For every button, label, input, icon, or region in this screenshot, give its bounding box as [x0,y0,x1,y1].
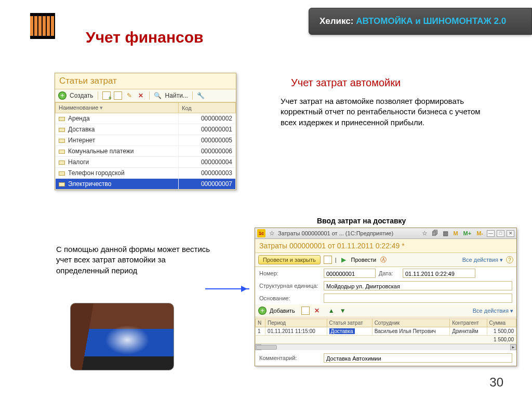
product-badge: Хеликс: АВТОМОЙКА и ШИНОМОНТАЖ 2.0 [309,8,532,35]
app-logo-icon [30,13,55,39]
close-button[interactable]: ✕ [507,230,514,237]
line-add-icon[interactable]: + [258,307,267,315]
unit-label: Структурная единица: [259,283,321,289]
m-plus-chip[interactable]: M+ [462,230,473,236]
minimize-button[interactable]: — [487,230,495,237]
add-icon[interactable]: + [58,91,66,100]
row-item-icon [59,161,65,165]
table-row[interactable]: 1 01.11.2011 11:15:00 Доставка Васильев … [256,327,516,336]
expense-form-window: 1c ☆ Затраты 000000001 от ... (1С:Предпр… [255,228,517,366]
copy-icon[interactable] [102,91,111,100]
edit-icon[interactable]: ✎ [125,91,134,100]
total-value: 1 500,00 [256,336,516,344]
fav-icon[interactable]: ☆ [420,229,429,237]
carwash-photo [70,303,174,370]
scroll-right-icon[interactable]: ► [510,344,516,350]
star-icon[interactable]: ☆ [268,229,276,237]
item-cell-selected[interactable]: Доставка [329,328,355,334]
app-1c-icon: 1c [257,229,265,237]
row-item-icon [59,171,65,176]
m-chip[interactable]: M [451,230,459,236]
add-line-button[interactable]: Добавить [270,308,295,314]
row-item-icon [59,150,65,154]
row-item-icon [59,182,65,187]
comment-label: Комментарий: [259,355,321,361]
window-title: Затраты 000000001 от ... (1С:Предприятие… [278,230,418,236]
table-row[interactable]: Телефон городской000000003 [56,168,236,179]
line-down-icon[interactable]: ▼ [339,307,347,315]
col-item[interactable]: Статья затрат [327,319,372,327]
table-row[interactable]: Интернет000000005 [56,135,236,146]
col-name[interactable]: Наименование [56,103,179,113]
table-row[interactable]: Аренда000000002 [56,113,236,124]
search-icon[interactable]: 🔍 [154,91,162,100]
row-item-icon [59,117,65,121]
lines-toolbar: + Добавить ✕ ▲ ▼ Все действия ▾ [255,304,516,317]
all-actions-link[interactable]: Все действия ▾ [462,257,503,263]
table-row[interactable]: Налоги000000004 [56,157,236,168]
cost-items-toolbar: + Создать ✎ ✕ 🔍 Найти... 🔧 [55,89,236,102]
expense-form-header: Затраты 000000001 от 01.11.2011 0:22:49 … [255,239,516,253]
col-employee[interactable]: Сотрудник [372,319,450,327]
page-title: Учет финансов [86,29,203,46]
arrow-icon [205,288,249,289]
form-help-text: С помощью данной формы может вестись уче… [56,244,212,276]
window-titlebar[interactable]: 1c ☆ Затраты 000000001 от ... (1С:Предпр… [255,228,516,239]
cost-items-panel: Статьи затрат + Создать ✎ ✕ 🔍 Найти... 🔧… [55,73,236,190]
number-label: Номер: [259,270,321,276]
row-item-icon [59,139,65,143]
scroll-thumb[interactable] [256,345,277,350]
expense-form-caption: Ввод затрат на доставку [317,217,406,225]
table-row[interactable]: Доставка000000001 [56,124,236,135]
col-period[interactable]: Период [265,319,327,327]
grid-icon[interactable]: ▦ [441,229,449,237]
h-scrollbar[interactable]: ◄ ► [255,344,516,350]
col-code[interactable]: Код [178,103,235,113]
table-row[interactable]: Комунальные платежи000000006 [56,146,236,157]
badge-prefix: Хеликс: [320,16,356,26]
comment-field[interactable]: Доставка Автохимии [324,353,512,363]
row-item-icon [59,128,65,132]
total-row: 1 500,00 [256,336,516,344]
maximize-button[interactable]: □ [497,230,504,237]
new-doc-icon[interactable] [114,91,122,100]
date-field[interactable]: 01.11.2011 0:22:49 [403,269,475,278]
post-button[interactable]: Провести [351,257,377,263]
settings-icon[interactable]: 🔧 [197,91,205,100]
section-text: Учет затрат на автомойке позволяет форми… [281,96,494,128]
unit-field[interactable]: Мойдодыр ул. Дмитровская [324,281,512,290]
help-icon[interactable]: ? [506,256,513,263]
cost-items-table: Наименование Код Аренда000000002Доставка… [55,102,236,190]
post-icon[interactable]: ▶ [340,256,348,264]
line-copy-icon[interactable] [301,307,310,315]
number-field[interactable]: 000000001 [324,269,376,278]
col-n[interactable]: N [256,319,265,327]
m-minus-chip[interactable]: M- [475,230,485,236]
basis-label: Основание: [259,295,321,301]
basis-field[interactable] [324,294,512,303]
page-number: 30 [489,375,503,390]
col-counterparty[interactable]: Контрагент [450,319,487,327]
line-up-icon[interactable]: ▲ [327,307,336,315]
delete-icon[interactable]: ✕ [137,91,145,100]
expense-toolbar: Провести и закрыть | ▶ Провести Ⓐ Все де… [255,253,516,267]
section-heading: Учет затрат автомойки [291,77,401,89]
table-row[interactable]: Электричество000000007 [56,179,236,190]
cost-items-title: Статьи затрат [55,73,236,89]
badge-brand: АВТОМОЙКА и ШИНОМОНТАЖ 2.0 [356,16,506,26]
col-sum[interactable]: Сумма [487,319,516,327]
calc-icon[interactable]: 🗐 [431,229,439,237]
lines-all-actions-link[interactable]: Все действия ▾ [473,308,513,314]
create-button[interactable]: Создать [70,92,94,99]
find-button[interactable]: Найти... [165,92,188,99]
report-icon[interactable]: Ⓐ [379,256,388,264]
save-icon[interactable] [324,256,332,264]
date-label: Дата: [379,270,400,276]
expense-lines-table: N Период Статья затрат Сотрудник Контраг… [255,318,516,344]
post-and-close-button[interactable]: Провести и закрыть [258,255,321,264]
line-delete-icon[interactable]: ✕ [313,307,321,315]
